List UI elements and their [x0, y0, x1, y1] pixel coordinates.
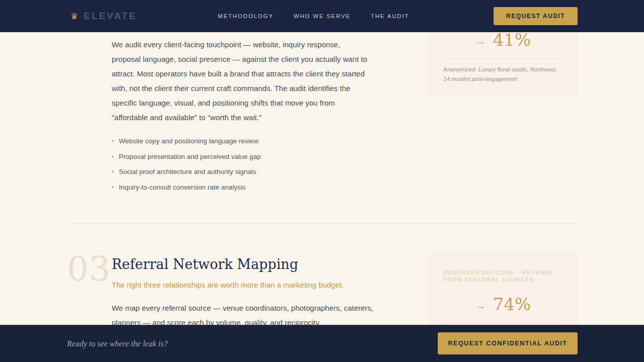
list-item: • Social proof architecture and authorit… [112, 168, 367, 184]
stat-value-row: → 41% [429, 30, 577, 50]
stat-value: 41% [493, 30, 531, 50]
nav-item-the-audit[interactable]: THE AUDIT [371, 13, 409, 19]
section-title: Referral Network Mapping [112, 255, 298, 274]
section-number: 03 [67, 247, 111, 290]
top-nav-bar: ♛ ELEVATE METHODOLOGY WHO WE SERVE THE A… [0, 0, 644, 32]
request-confidential-audit-button[interactable]: REQUEST CONFIDENTIAL AUDIT [438, 332, 578, 354]
bullet-icon: • [112, 184, 114, 191]
section-divider [67, 223, 577, 224]
cta-prompt-text: Ready to see where the leak is? [67, 325, 168, 362]
nav-item-who-we-serve[interactable]: WHO WE SERVE [294, 13, 351, 19]
brand-name: ELEVATE [84, 11, 137, 22]
stat-label: OBSERVED OUTCOME · REVENUE FROM REFERRAL… [443, 269, 563, 283]
card-divider [443, 58, 563, 59]
bottom-cta-bar: Ready to see where the leak is? REQUEST … [0, 325, 644, 362]
stat-value-row: → 74% [429, 294, 577, 314]
request-audit-button[interactable]: REQUEST AUDIT [494, 7, 578, 25]
nav-item-methodology[interactable]: METHODOLOGY [218, 13, 274, 19]
list-item: • Website copy and positioning language … [112, 137, 367, 153]
main-nav: METHODOLOGY WHO WE SERVE THE AUDIT [218, 0, 409, 32]
list-item: • Inquiry-to-consult conversion rate ana… [112, 184, 367, 199]
card-divider [443, 323, 563, 323]
arrow-right-icon: → [475, 35, 486, 47]
bullet-icon: • [112, 168, 114, 175]
bullet-icon: • [112, 138, 114, 145]
section-subtitle: The right three relationships are worth … [112, 280, 344, 290]
crown-icon: ♛ [70, 12, 78, 21]
stat-caption: Anonymized: Luxury floral studio, Northe… [443, 65, 563, 84]
audit-scope-list: • Website copy and positioning language … [112, 137, 367, 199]
bullet-icon: • [112, 153, 114, 160]
audit-description-paragraph: We audit every client-facing touchpoint … [112, 37, 367, 125]
arrow-right-icon: → [475, 300, 486, 312]
stat-value: 74% [493, 294, 531, 314]
brand-logo[interactable]: ♛ ELEVATE [70, 0, 137, 32]
list-item: • Proposal presentation and perceived va… [112, 153, 367, 168]
